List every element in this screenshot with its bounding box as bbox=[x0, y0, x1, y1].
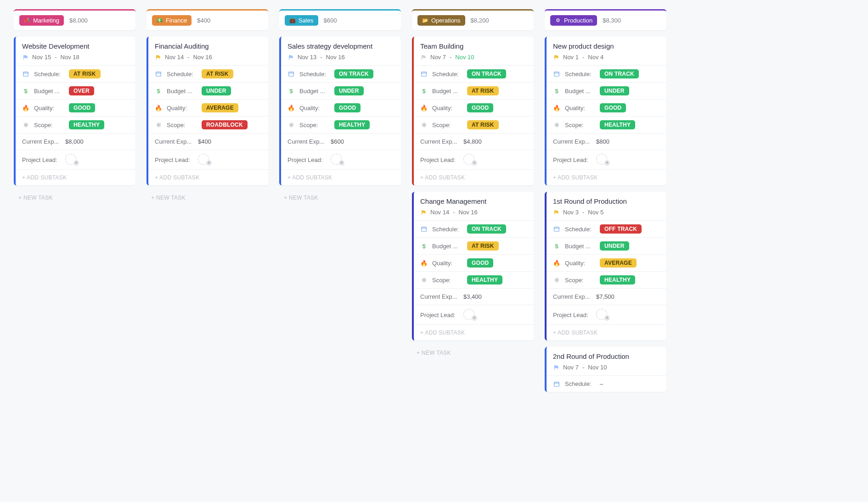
status-badge: ROADBLOCK bbox=[202, 120, 248, 129]
field-label: Current Exp... bbox=[420, 138, 459, 145]
column-category-pill[interactable]: ⚙ Production bbox=[550, 15, 597, 26]
svg-rect-7 bbox=[554, 382, 559, 386]
flag-icon bbox=[155, 54, 161, 61]
new-task-button[interactable]: + NEW TASK bbox=[279, 192, 401, 204]
field-budget: $ Budget ... UNDER bbox=[281, 82, 401, 99]
column-header[interactable]: ⚙ Production $8,300 bbox=[545, 9, 666, 30]
date-separator: - bbox=[320, 54, 322, 61]
task-start-date: Nov 14 bbox=[165, 54, 184, 61]
task-card[interactable]: Change Management Nov 14 - Nov 16 Schedu… bbox=[412, 192, 534, 340]
column-category-pill[interactable]: 📣 Marketing bbox=[19, 15, 64, 26]
field-label: Quality: bbox=[432, 260, 462, 267]
category-icon: ⚙ bbox=[555, 17, 561, 24]
task-card[interactable]: Sales strategy development Nov 13 - Nov … bbox=[279, 37, 401, 185]
dollar-icon: $ bbox=[287, 87, 295, 95]
task-end-date: Nov 18 bbox=[61, 54, 79, 61]
field-label: Quality: bbox=[299, 105, 330, 112]
flame-icon: 🔥 bbox=[155, 104, 162, 112]
task-end-date: Nov 16 bbox=[326, 54, 345, 61]
scope-icon: ✻ bbox=[420, 276, 428, 284]
flag-icon bbox=[553, 54, 559, 61]
column-name: Marketing bbox=[33, 17, 59, 24]
assign-lead-button[interactable] bbox=[463, 154, 477, 166]
field-label: Current Exp... bbox=[553, 138, 592, 145]
field-label: Budget ... bbox=[565, 243, 595, 250]
status-badge: ON TRACK bbox=[600, 69, 639, 78]
new-task-button[interactable]: + NEW TASK bbox=[147, 192, 268, 204]
task-card[interactable]: 2nd Round of Production Nov 7 - Nov 10 S… bbox=[545, 347, 666, 392]
flag-icon bbox=[22, 54, 28, 61]
scope-icon: ✻ bbox=[22, 121, 29, 128]
dollar-icon: $ bbox=[420, 242, 428, 250]
field-current-exp: Current Exp... $4,800 bbox=[414, 133, 534, 150]
field-label: Current Exp... bbox=[22, 138, 61, 145]
task-start-date: Nov 3 bbox=[563, 209, 579, 216]
field-budget: $ Budget ... UNDER bbox=[547, 82, 666, 99]
status-badge: HEALTHY bbox=[334, 120, 370, 129]
date-separator: - bbox=[582, 54, 584, 61]
add-subtask-button[interactable]: + ADD SUBTASK bbox=[547, 169, 666, 185]
column-header[interactable]: 💵 Finance $400 bbox=[147, 9, 268, 30]
task-date-range: Nov 7 - Nov 10 bbox=[547, 361, 666, 375]
add-subtask-button[interactable]: + ADD SUBTASK bbox=[414, 324, 534, 340]
column-header[interactable]: 💼 Sales $600 bbox=[279, 9, 401, 30]
field-label: Quality: bbox=[34, 105, 64, 112]
current-exp-value: $7,500 bbox=[596, 293, 614, 300]
add-subtask-button[interactable]: + ADD SUBTASK bbox=[16, 169, 135, 185]
task-card[interactable]: New product design Nov 1 - Nov 4 Schedul… bbox=[545, 37, 666, 185]
column-header[interactable]: 📣 Marketing $8,000 bbox=[14, 9, 135, 30]
task-card[interactable]: Financial Auditing Nov 14 - Nov 16 Sched… bbox=[147, 37, 268, 185]
field-label: Scope: bbox=[34, 122, 64, 128]
column-name: Sales bbox=[299, 17, 314, 24]
scope-icon: ✻ bbox=[553, 121, 560, 128]
assign-lead-button[interactable] bbox=[596, 154, 610, 166]
add-subtask-button[interactable]: + ADD SUBTASK bbox=[281, 169, 401, 185]
svg-rect-2 bbox=[289, 72, 294, 76]
date-separator: - bbox=[582, 209, 584, 216]
kanban-column: 📂 Operations $8,200 Team Building Nov 7 … bbox=[412, 9, 534, 359]
assign-lead-button[interactable] bbox=[198, 154, 212, 166]
dollar-icon: $ bbox=[155, 87, 162, 95]
field-label: Project Lead: bbox=[22, 156, 61, 163]
field-label: Project Lead: bbox=[287, 156, 326, 163]
column-header[interactable]: 📂 Operations $8,200 bbox=[412, 9, 534, 30]
date-separator: - bbox=[453, 209, 455, 216]
assign-lead-button[interactable] bbox=[596, 309, 610, 321]
field-project-lead: Project Lead: bbox=[414, 150, 534, 169]
field-budget: $ Budget ... AT RISK bbox=[414, 237, 534, 254]
field-project-lead: Project Lead: bbox=[148, 150, 268, 169]
flag-icon bbox=[553, 209, 559, 216]
field-current-exp: Current Exp... $400 bbox=[148, 133, 268, 150]
column-category-pill[interactable]: 💵 Finance bbox=[152, 15, 192, 26]
task-start-date: Nov 14 bbox=[430, 209, 449, 216]
assign-lead-button[interactable] bbox=[463, 309, 477, 321]
task-card[interactable]: 1st Round of Production Nov 3 - Nov 5 Sc… bbox=[545, 192, 666, 340]
column-category-pill[interactable]: 💼 Sales bbox=[285, 15, 318, 26]
task-title: 1st Round of Production bbox=[547, 192, 666, 206]
column-category-pill[interactable]: 📂 Operations bbox=[417, 15, 465, 26]
field-label: Quality: bbox=[167, 105, 197, 112]
add-subtask-button[interactable]: + ADD SUBTASK bbox=[148, 169, 268, 185]
add-subtask-button[interactable]: + ADD SUBTASK bbox=[547, 324, 666, 340]
status-badge: AT RISK bbox=[467, 120, 499, 129]
field-label: Project Lead: bbox=[420, 156, 459, 163]
assign-lead-button[interactable] bbox=[65, 154, 79, 166]
task-card[interactable]: Website Development Nov 15 - Nov 18 Sche… bbox=[14, 37, 135, 185]
task-card[interactable]: Team Building Nov 7 - Nov 10 Schedule: O… bbox=[412, 37, 534, 185]
kanban-column: 💵 Finance $400 Financial Auditing Nov 14… bbox=[147, 9, 268, 204]
new-task-button[interactable]: + NEW TASK bbox=[14, 192, 135, 204]
field-schedule: Schedule: ON TRACK bbox=[414, 65, 534, 82]
assign-lead-button[interactable] bbox=[331, 154, 344, 166]
new-task-button[interactable]: + NEW TASK bbox=[412, 347, 534, 359]
calendar-icon bbox=[22, 70, 29, 78]
column-name: Finance bbox=[166, 17, 187, 24]
status-badge: AVERAGE bbox=[202, 103, 238, 112]
field-quality: 🔥 Quality: GOOD bbox=[414, 254, 534, 271]
flame-icon: 🔥 bbox=[22, 104, 29, 112]
scope-icon: ✻ bbox=[155, 121, 162, 128]
add-subtask-button[interactable]: + ADD SUBTASK bbox=[414, 169, 534, 185]
field-quality: 🔥 Quality: AVERAGE bbox=[148, 99, 268, 116]
field-schedule: Schedule: ON TRACK bbox=[281, 65, 401, 82]
field-label: Budget ... bbox=[565, 88, 595, 95]
status-badge: AT RISK bbox=[202, 69, 233, 78]
